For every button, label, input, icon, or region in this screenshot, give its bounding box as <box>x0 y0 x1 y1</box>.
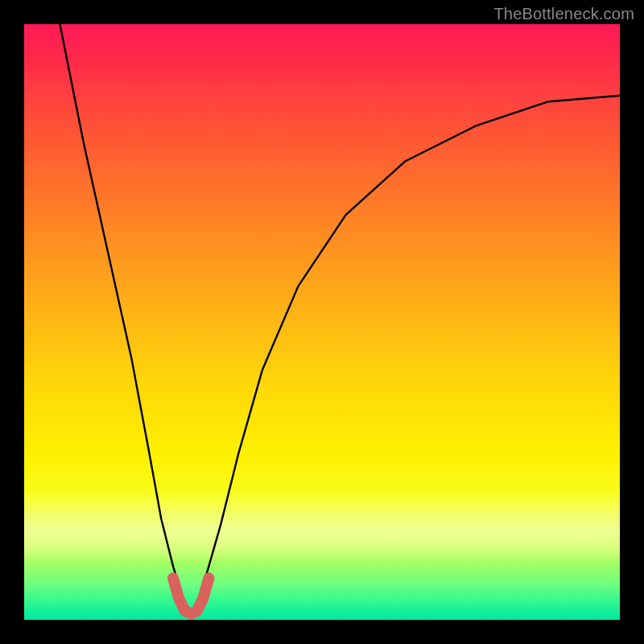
bottleneck-curve <box>60 24 620 614</box>
outer-frame: TheBottleneck.com <box>0 0 644 644</box>
plot-area <box>24 24 620 620</box>
chart-svg <box>24 24 620 620</box>
watermark-text: TheBottleneck.com <box>493 5 634 23</box>
valley-highlight <box>173 578 208 613</box>
